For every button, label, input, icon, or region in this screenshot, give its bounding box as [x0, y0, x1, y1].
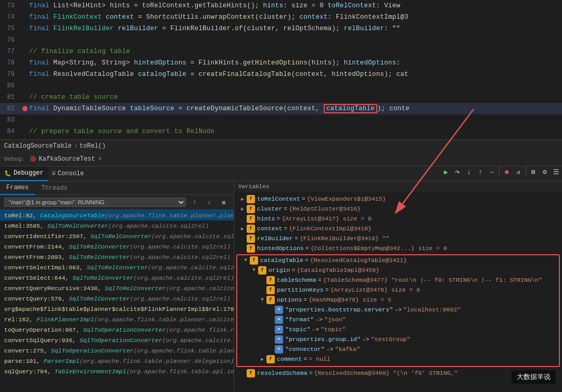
- tab-console[interactable]: ≡ Console: [48, 166, 88, 181]
- var-type-icon: f: [247, 215, 255, 223]
- var-name: options: [277, 296, 302, 303]
- var-item: ▶fcomment== null: [237, 354, 559, 364]
- code-line-80: 80: [0, 80, 562, 92]
- var-value: {ResolvedCatalogTable@3421}: [310, 257, 407, 264]
- sub-tab-frames[interactable]: Frames: [0, 181, 35, 195]
- var-value: "topic": [321, 326, 346, 333]
- watermark: 大数据羊说: [512, 370, 556, 384]
- var-item: ="topic"->"topic": [237, 324, 559, 334]
- mute-button[interactable]: ⊠: [528, 166, 539, 178]
- debug-icon: 🐞: [29, 155, 37, 163]
- frame-class: CatalogSourceTable: [40, 212, 105, 219]
- var-name: comment: [277, 356, 302, 362]
- frame-pkg: (org.apache.flink.table.planner.delegati…: [80, 358, 234, 364]
- var-equals: =: [318, 277, 322, 283]
- session-close-icon[interactable]: ×: [98, 155, 102, 163]
- sub-tab-threads[interactable]: Threads: [35, 181, 73, 195]
- code-line-85: 85 return DynamicSourceUtils.convertSour…: [0, 137, 562, 139]
- var-equals: =: [284, 225, 287, 232]
- debug-session-name[interactable]: KafkaSourceTest: [39, 155, 95, 163]
- frame-location: convertFrom:2144,: [4, 243, 65, 250]
- thread-arrow-down[interactable]: ↓: [203, 197, 215, 208]
- frame-location: parse:101,: [4, 358, 40, 364]
- step-into-button[interactable]: ↓: [463, 166, 475, 178]
- frame-item[interactable]: sqlQuery:704, TableEnvironmentImpl (org.…: [0, 366, 234, 376]
- step-out-button[interactable]: ↑: [475, 166, 486, 178]
- variables-container: Variables ▶ftoRelContext={ViewExpanders$…: [234, 181, 562, 391]
- collapse-button[interactable]: ☰: [551, 166, 562, 178]
- thread-dropdown[interactable]: "main"@1 in group "main": RUNNING: [4, 198, 186, 207]
- frame-item[interactable]: convertSqlQuery:936, SqlToOperationConve…: [0, 335, 234, 345]
- frame-item[interactable]: convertFrom:2093, SqlToRelConverter (org…: [0, 252, 234, 262]
- var-value: {FlinkRelBuilder@3419} "": [300, 235, 390, 242]
- frame-item[interactable]: convertIdentifier:2507, SqlToRelConverte…: [0, 231, 234, 241]
- thread-arrow-up[interactable]: ↑: [189, 197, 200, 208]
- resume-button[interactable]: ▶: [440, 166, 452, 178]
- var-name: "topic": [285, 326, 310, 333]
- line-number: 79: [2, 71, 21, 78]
- var-item: ="properties.bootstrap.servers"->"localh…: [237, 305, 559, 315]
- expand-icon[interactable]: ▶: [238, 206, 247, 212]
- debug-tabs: 🐛 Debugger ≡ Console ▶ ↷ ↓ ↑ → ■ ↺ ⊠ ⚙ ☰: [0, 166, 562, 181]
- breakpoint-marker[interactable]: [21, 106, 29, 111]
- line-number: 78: [2, 59, 21, 67]
- frame-class: SqlToRelConverter: [69, 295, 130, 302]
- var-value: {ArrayList@3417} size = 0: [282, 215, 372, 222]
- step-over-button[interactable]: ↷: [452, 166, 463, 178]
- debugger-icon: 🐛: [4, 170, 11, 177]
- frame-item[interactable]: toQueryOperation:967, SqlToOperationConv…: [0, 324, 234, 335]
- thread-selector: "main"@1 in group "main": RUNNING ↑ ↓ ⊠: [0, 195, 234, 210]
- frame-item[interactable]: convert:275, SqlToOperationConverter (or…: [0, 345, 234, 356]
- debug-body: Frames Threads "main"@1 in group "main":…: [0, 181, 562, 391]
- frame-item[interactable]: toRel:82, CatalogSourceTable (org.apache…: [0, 210, 234, 220]
- code-line-82: 82 final DynamicTableSource tableSource …: [0, 103, 562, 114]
- code-line-73: 73 final List<RelHint> hints = toRelCont…: [0, 0, 562, 11]
- frame-pkg: (org.apache.calcite.sql2rel): [108, 223, 209, 229]
- expand-icon[interactable]: ▼: [241, 257, 250, 263]
- breadcrumb-method[interactable]: toRel(): [80, 142, 106, 150]
- var-value: "json": [324, 316, 346, 323]
- reset-button[interactable]: ↺: [513, 166, 524, 178]
- frame-location: convertSelect:644,: [4, 275, 69, 281]
- frame-class: SqlToOperationConverter: [80, 337, 162, 344]
- var-type-icon: f: [247, 205, 255, 213]
- var-arrow: ->: [315, 316, 323, 323]
- frame-item[interactable]: convertQuery:570, SqlToRelConverter (org…: [0, 293, 234, 304]
- stop-button[interactable]: ■: [501, 166, 513, 178]
- settings-button[interactable]: ⚙: [539, 166, 551, 178]
- toolbar-separator2: [526, 166, 526, 175]
- var-type-icon: =: [275, 335, 283, 344]
- expand-icon[interactable]: ▶: [238, 196, 247, 202]
- frame-location: org$apache$flink$table$planner$calcite$F…: [4, 306, 234, 312]
- var-value: {ResolvedSchema@3460} "(\n 'f0' STRING,": [314, 370, 458, 376]
- expand-icon[interactable]: ▼: [250, 267, 258, 273]
- frame-item[interactable]: convertFrom:2144, SqlToRelConverter (org…: [0, 241, 234, 252]
- breadcrumb-file[interactable]: CatalogSourceTable: [4, 142, 72, 150]
- run-to-cursor-button[interactable]: →: [486, 166, 497, 178]
- var-value: {TableSchema@3477} "root\n |-- f0: STRIN…: [323, 277, 542, 283]
- frame-location: toRel:82,: [4, 212, 36, 219]
- thread-filter[interactable]: ⊠: [218, 197, 229, 208]
- code-editor: 73 final List<RelHint> hints = toRelCont…: [0, 0, 562, 139]
- var-item: ▶ftoRelContext={ViewExpanders$1@3415}: [234, 194, 562, 204]
- expand-icon[interactable]: ▶: [258, 356, 266, 362]
- var-name: tableSchema: [277, 277, 316, 283]
- var-value: = null: [309, 356, 330, 362]
- frame-item[interactable]: toRel:3585, SqlToRelConverter (org.apach…: [0, 220, 234, 231]
- expand-icon[interactable]: ▶: [238, 226, 247, 232]
- var-value: {ViewExpanders$1@3415}: [307, 195, 386, 202]
- frame-item[interactable]: convertQueryRecursive:3438, SqlToRelConv…: [0, 283, 234, 293]
- frame-class: SqlToOperationConverter: [51, 347, 134, 354]
- frame-item[interactable]: org$apache$flink$table$planner$calcite$F…: [0, 304, 234, 314]
- frame-class: SqlToRelConverter: [105, 285, 165, 292]
- frame-item[interactable]: convertSelect:644, SqlToRelConverter (or…: [0, 272, 234, 283]
- code-line-78: 78 final Map<String, String> hintedOptio…: [0, 57, 562, 69]
- frame-item[interactable]: convertSelectImpl:663, SqlToRelConverter…: [0, 262, 234, 272]
- frame-location: rel:162,: [4, 316, 33, 323]
- tab-debugger[interactable]: 🐛 Debugger: [0, 166, 48, 181]
- expand-icon[interactable]: ▼: [258, 297, 266, 303]
- frame-item[interactable]: parse:101, ParserImpl (org.apache.flink.…: [0, 356, 234, 366]
- var-value: "localhost:9092": [403, 306, 461, 313]
- var-equals: =: [303, 296, 307, 303]
- frame-item[interactable]: rel:162, FlinkPlannerImpl (org.apache.fl…: [0, 314, 234, 324]
